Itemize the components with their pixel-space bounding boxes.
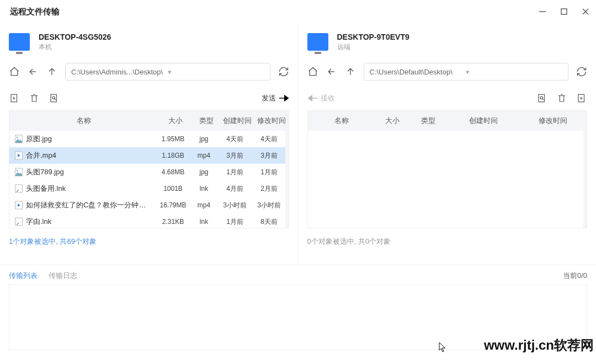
back-icon[interactable] — [28, 66, 39, 77]
remote-path: C:\Users\Default\Desktop\ — [370, 68, 466, 76]
minimize-button[interactable] — [539, 8, 546, 15]
col-type[interactable]: 类型 — [409, 116, 448, 126]
col-ctime[interactable]: 创建时间 — [448, 116, 519, 126]
remote-path-box[interactable]: C:\Users\Default\Desktop\ ▾ — [364, 63, 569, 81]
svg-rect-17 — [15, 218, 23, 226]
file-mtime: 2月前 — [252, 184, 286, 194]
svg-rect-15 — [15, 185, 23, 192]
close-button[interactable] — [582, 8, 589, 15]
delete-icon[interactable] — [29, 93, 40, 104]
bottom-panel: 传输列表 传输日志 当前0/0 — [0, 265, 596, 363]
col-name[interactable]: 名称 — [308, 116, 376, 126]
file-name: 原图.jpg — [26, 134, 52, 144]
window-controls — [539, 8, 589, 15]
local-path-box[interactable]: C:\Users\Adminis...\Desktop\ ▾ — [65, 63, 270, 81]
file-ctime: 1月前 — [218, 217, 252, 227]
local-path: C:\Users\Adminis...\Desktop\ — [71, 68, 168, 76]
new-file-icon[interactable] — [9, 93, 20, 104]
table-row[interactable]: 字由.lnk2.31KBlnk1月前8天前 — [9, 213, 289, 228]
col-size[interactable]: 大小 — [158, 116, 193, 126]
file-type: jpg — [190, 135, 218, 143]
file-icon — [15, 201, 23, 210]
chevron-down-icon[interactable]: ▾ — [168, 68, 264, 76]
local-file-list[interactable]: 原图.jpg1.95MBjpg4天前4天前合并.mp41.18GBmp43月前3… — [9, 131, 289, 228]
up-icon[interactable] — [46, 66, 57, 77]
file-icon — [15, 135, 23, 143]
receive-label: 接收 — [321, 93, 335, 103]
window-title: 远程文件传输 — [10, 7, 60, 17]
monitor-icon — [9, 33, 30, 51]
tab-transfer-list[interactable]: 传输列表 — [9, 271, 38, 281]
col-type[interactable]: 类型 — [193, 116, 220, 126]
file-icon — [15, 168, 23, 176]
file-size: 1.95MB — [156, 135, 190, 143]
file-ctime: 3月前 — [218, 151, 252, 160]
refresh-icon[interactable] — [576, 66, 587, 77]
send-arrow-icon — [279, 94, 289, 102]
file-ctime: 4天前 — [218, 135, 252, 144]
file-size: 16.79MB — [156, 201, 190, 209]
send-button[interactable]: 发送 — [262, 93, 289, 103]
svg-rect-18 — [539, 94, 545, 102]
search-icon[interactable] — [49, 93, 60, 104]
file-size: 2.31KB — [156, 218, 190, 226]
transfer-count: 当前0/0 — [563, 271, 587, 281]
local-pane: DESKTOP-4SG5026 本机 C:\Users\Adminis...\D… — [0, 23, 298, 265]
col-mtime[interactable]: 修改时间 — [519, 116, 587, 126]
back-icon[interactable] — [326, 66, 337, 77]
svg-rect-7 — [51, 94, 57, 102]
file-type: lnk — [190, 185, 218, 192]
file-size: 1001B — [156, 185, 190, 192]
local-host-name: DESKTOP-4SG5026 — [39, 33, 111, 41]
local-status: 1个对象被选中, 共69个对象 — [9, 228, 289, 249]
scrollbar-thumb[interactable] — [285, 133, 289, 194]
delete-icon[interactable] — [556, 93, 567, 104]
file-mtime: 3小时前 — [252, 201, 286, 210]
chevron-down-icon[interactable]: ▾ — [466, 68, 562, 76]
file-size: 1.18GB — [156, 152, 190, 159]
file-mtime: 4天前 — [252, 135, 286, 144]
svg-point-11 — [17, 137, 18, 138]
search-icon[interactable] — [536, 93, 547, 104]
home-icon[interactable] — [307, 66, 318, 77]
file-type: jpg — [190, 168, 218, 176]
up-icon[interactable] — [345, 66, 356, 77]
tab-transfer-log[interactable]: 传输日志 — [49, 271, 77, 281]
col-name[interactable]: 名称 — [9, 116, 158, 126]
file-size: 4.68MB — [156, 168, 190, 176]
svg-line-9 — [55, 99, 56, 100]
refresh-icon[interactable] — [278, 66, 289, 77]
svg-point-14 — [17, 170, 18, 172]
remote-pane: DESKTOP-9T0EVT9 远端 C:\Users\Default\Desk… — [298, 23, 597, 265]
remote-status: 0个对象被选中, 共0个对象 — [307, 228, 588, 249]
transfer-area — [9, 284, 587, 350]
col-size[interactable]: 大小 — [376, 116, 409, 126]
file-icon — [15, 217, 23, 226]
file-mtime: 3月前 — [252, 151, 286, 160]
remote-host-name: DESKTOP-9T0EVT9 — [337, 33, 409, 41]
table-row[interactable]: 头图备用.lnk1001Blnk4月前2月前 — [9, 180, 289, 197]
receive-button[interactable]: 接收 — [307, 93, 335, 103]
table-row[interactable]: 合并.mp41.18GBmp43月前3月前 — [9, 147, 289, 164]
remote-file-list[interactable] — [308, 131, 587, 228]
file-ctime: 3小时前 — [218, 201, 252, 210]
file-ctime: 4月前 — [218, 184, 252, 194]
col-mtime[interactable]: 修改时间 — [254, 116, 289, 126]
titlebar: 远程文件传输 — [0, 0, 596, 23]
remote-host-role: 远端 — [337, 42, 409, 52]
new-file-icon[interactable] — [576, 93, 587, 104]
remote-file-table: 名称 大小 类型 创建时间 修改时间 — [307, 110, 588, 228]
file-name: 合并.mp4 — [26, 151, 56, 160]
col-ctime[interactable]: 创建时间 — [220, 116, 254, 126]
maximize-button[interactable] — [561, 8, 567, 15]
file-type: lnk — [190, 218, 218, 226]
table-row[interactable]: 如何拯救变红了的C盘？教你一分钟…16.79MBmp43小时前3小时前 — [9, 197, 289, 213]
file-type: mp4 — [190, 201, 218, 209]
table-row[interactable]: 头图789.jpg4.68MBjpg1月前1月前 — [9, 164, 289, 180]
remote-host-header: DESKTOP-9T0EVT9 远端 — [307, 23, 588, 61]
file-icon — [15, 151, 23, 160]
file-icon — [15, 184, 23, 193]
table-row[interactable]: 原图.jpg1.95MBjpg4天前4天前 — [9, 131, 289, 147]
file-name: 如何拯救变红了的C盘？教你一分钟… — [26, 200, 146, 210]
home-icon[interactable] — [9, 66, 20, 77]
